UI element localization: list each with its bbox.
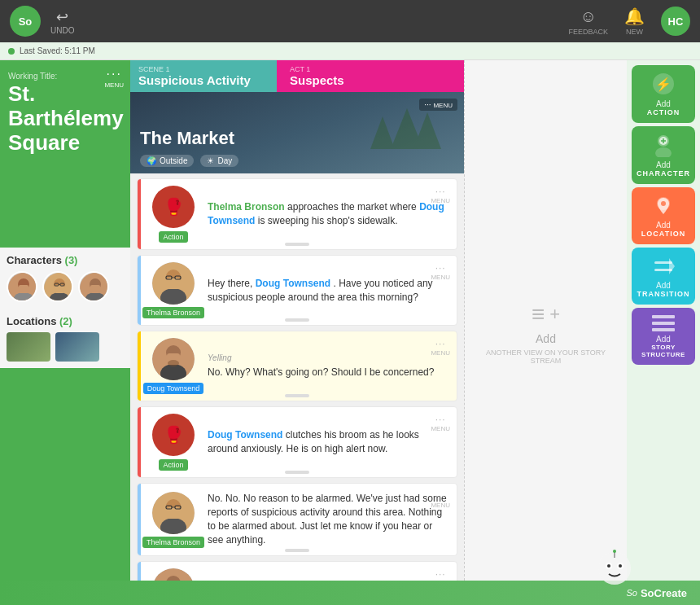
sidebar-menu-button[interactable]: ··· MENU: [104, 67, 124, 89]
beat-4-action: 🥊 Action Doug Townsend clutches his broo…: [137, 406, 457, 478]
beat-2-text: Hey there, Doug Townsend . Have you noti…: [208, 277, 450, 305]
add-character-top-label: Add: [656, 160, 671, 169]
scene-label: SCENE 1: [138, 65, 264, 73]
beat-5-avatar-container: Thelma Bronson: [149, 492, 198, 548]
add-action-button[interactable]: ⚡ Add ACTION: [632, 65, 695, 123]
new-icon: 🔔: [624, 7, 645, 26]
scene-title: Suspicious Activity: [138, 73, 264, 87]
add-story-structure-button[interactable]: Add STORY STRUCTURE: [632, 308, 695, 365]
doug-name-2: Doug Townsend: [256, 278, 330, 289]
sidebar: ··· MENU Working Title: St. Barthélemy S…: [0, 60, 130, 605]
beat-4-menu[interactable]: ··· MENU: [431, 414, 450, 432]
scene-card: The Market 🌍 Outside ☀ Day ··· MENU: [130, 92, 464, 173]
far-right-panel: ⚡ Add ACTION Add CHARACTER: [627, 60, 700, 605]
character-avatar-1[interactable]: [7, 271, 37, 302]
beat-5-menu[interactable]: ··· MENU: [431, 490, 450, 509]
svg-marker-53: [669, 258, 675, 274]
beat-4-avatar-container: 🥊 Action: [149, 414, 198, 471]
add-view-button[interactable]: ≡+ Add ANOTHER VIEW ON YOUR STORY STREAM: [473, 301, 619, 365]
add-story-top-label: Add: [656, 335, 671, 344]
beat-3-text: No. Why? What's going on? Should I be co…: [208, 366, 450, 379]
scene-tab[interactable]: SCENE 1 Suspicious Activity: [130, 60, 277, 92]
undo-button[interactable]: ↩ UNDO: [50, 8, 74, 35]
add-character-button[interactable]: Add CHARACTER: [632, 126, 695, 184]
thelma-label-2: Thelma Bronson: [142, 307, 204, 318]
act-title: Suspects: [290, 73, 451, 87]
outside-tag: 🌍 Outside: [140, 155, 194, 167]
doug-avatar-3: [152, 338, 195, 380]
menu-dots-icon: ···: [107, 67, 122, 81]
svg-point-45: [655, 147, 672, 157]
svg-rect-54: [652, 315, 675, 318]
transition-button-icon: [652, 255, 675, 281]
beat-2-dialogue: Thelma Bronson Hey there, Doug Townsend …: [137, 255, 457, 326]
svg-marker-17: [370, 116, 395, 149]
beat-3-content: Yelling No. Why? What's going on? Should…: [208, 353, 450, 379]
thelma-label-5: Thelma Bronson: [142, 537, 204, 548]
beat-1-action: 🥊 Action Thelma Bronson approaches the m…: [137, 178, 457, 250]
user-avatar[interactable]: HC: [661, 7, 690, 36]
beat-5-resize[interactable]: [285, 549, 309, 552]
thelma-avatar-5: [152, 492, 195, 534]
action-accent-1: [138, 179, 141, 249]
character-avatar-2[interactable]: [42, 271, 73, 302]
character-avatar-3[interactable]: [78, 271, 109, 302]
scene-tags: 🌍 Outside ☀ Day: [140, 155, 238, 167]
beat-3-menu[interactable]: ··· MENU: [431, 338, 450, 357]
bottom-brand: So SoCreate: [626, 587, 687, 599]
beat-1-menu[interactable]: ··· MENU: [431, 186, 450, 204]
doug-name-4: Doug Townsend: [208, 429, 282, 441]
action-symbol: 🥊: [164, 197, 184, 217]
feedback-button[interactable]: ☺ FEEDBACK: [568, 7, 608, 36]
last-saved-text: Last Saved: 5:11 PM: [20, 46, 95, 55]
beat-1-resize[interactable]: [285, 243, 309, 246]
svg-text:⚡: ⚡: [655, 77, 672, 92]
yelling-accent-3: [138, 331, 141, 401]
add-location-bottom-label: LOCATION: [641, 230, 685, 238]
action-label-4: Action: [159, 459, 187, 471]
dialogue-accent-2: [138, 256, 141, 325]
svg-rect-55: [652, 322, 675, 325]
status-dot: [8, 48, 15, 55]
right-panel: ≡+ Add ANOTHER VIEW ON YOUR STORY STREAM: [464, 60, 627, 605]
project-title: St. Barthélemy Square: [0, 82, 130, 156]
undo-icon: ↩: [56, 8, 68, 26]
thelma-avatar-2: [152, 262, 195, 305]
location-button-icon: [652, 195, 675, 221]
svg-point-61: [619, 564, 622, 568]
act-label: ACT 1: [290, 65, 451, 73]
beat-5-text: No. No. No reason to be alarmed. We've j…: [208, 492, 450, 546]
scene-location-title: The Market: [140, 128, 234, 149]
main-layout: ··· MENU Working Title: St. Barthélemy S…: [0, 60, 700, 605]
add-action-bottom-label: ACTION: [647, 108, 680, 116]
beat-2-avatar-container: Thelma Bronson: [149, 262, 198, 318]
beat-2-resize[interactable]: [285, 318, 309, 322]
beat-3-resize[interactable]: [285, 394, 309, 397]
character-button-icon: [651, 133, 676, 160]
add-location-button[interactable]: Add LOCATION: [632, 187, 695, 244]
beat-4-resize[interactable]: [285, 471, 309, 474]
action-icon-4: 🥊: [152, 414, 195, 456]
story-beats-container: 🥊 Action Thelma Bronson approaches the m…: [130, 173, 464, 585]
beat-2-menu[interactable]: ··· MENU: [431, 262, 450, 281]
action-accent-4: [138, 407, 141, 477]
svg-point-63: [613, 550, 616, 553]
act-tab[interactable]: ACT 1 Suspects: [277, 60, 464, 92]
bottom-create-text: SoCreate: [641, 587, 687, 599]
scene-menu-button[interactable]: ··· MENU: [419, 99, 457, 111]
app-logo[interactable]: So: [10, 6, 41, 37]
new-button[interactable]: 🔔 NEW: [624, 7, 645, 36]
location-thumb-2[interactable]: [55, 332, 99, 362]
characters-avatar-row: [7, 271, 124, 302]
beat-5-dialogue: Thelma Bronson No. No. No reason to be a…: [137, 483, 457, 556]
beat-1-text: Thelma Bronson approaches the market whe…: [208, 200, 450, 228]
beat-4-content: Doug Townsend clutches his broom as he l…: [208, 428, 450, 456]
location-thumb-1[interactable]: [7, 332, 50, 362]
svg-rect-14: [90, 285, 100, 293]
add-transition-button[interactable]: Add TRANSITION: [632, 248, 695, 305]
top-bar: So ↩ UNDO ☺ FEEDBACK 🔔 NEW HC: [0, 0, 700, 42]
add-view-label: Add: [536, 332, 556, 345]
svg-point-50: [661, 201, 666, 206]
svg-point-29: [168, 360, 179, 366]
svg-rect-3: [19, 285, 28, 293]
